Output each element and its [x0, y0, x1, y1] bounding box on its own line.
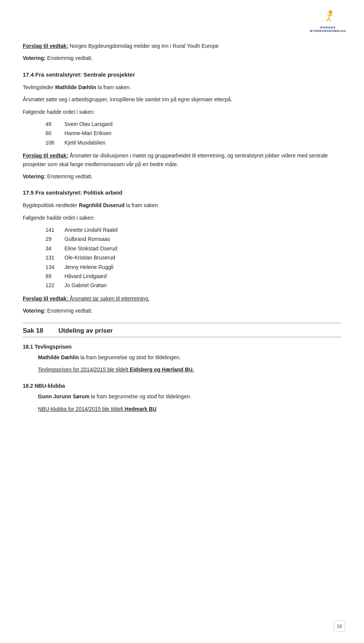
speaker-num: 134 [46, 263, 64, 271]
speaker-name: Hanne-Mari Eriksen [64, 129, 111, 137]
list-item: 122 Jo Gabriel Grøtan [46, 281, 341, 289]
speaker-num: 106 [46, 138, 64, 147]
logo-area: NORGES BYGDEUNGDOMSLAG [307, 8, 349, 34]
subsection-18-2-award-text: NBU-klubba for 2014/2015 ble tildelt [38, 406, 125, 412]
section-divider [23, 323, 341, 323]
section-17-5-intro-cont: la fram saken. [124, 202, 159, 208]
section-17-5-bold-name: Ragnhild Duserud [79, 202, 125, 208]
intro-paragraph: Forslag til vedtak: Norges Bygdeungdomsl… [23, 42, 341, 50]
section-17-4-paragraph: Årsmøtet satte seg i arbeidsgrupper, inn… [23, 95, 341, 104]
list-item: 141 Annette Lindahl Raakil [46, 226, 341, 234]
votering-value-1: Enstemmig vedtatt. [46, 55, 93, 61]
subsection-18-2-title: 18.2 NBU-klubba [23, 382, 341, 390]
intro-text-1: Norges Bygdeungdomslag melder seg inn i … [68, 43, 219, 49]
section-17-4-bold-name: Mathilde Dæhlin [55, 84, 96, 90]
speaker-name: Svein Olav Larsgard [64, 120, 113, 128]
page-number: 16 [334, 620, 345, 632]
list-item: 89 Håvard Lindgaard [46, 272, 341, 280]
intro-section: Forslag til vedtak: Norges Bygdeungdomsl… [23, 42, 341, 63]
svg-line-5 [330, 14, 333, 16]
section-17-4: 17.4 Fra sentralstyret: Sentrale prosjek… [23, 70, 341, 181]
list-item: 34 Eline Stokstad Oserud [46, 244, 341, 253]
sak-18-divider [23, 337, 341, 337]
section-17-4-proposal: Forslag til vedtak: Årsmøtet tar diskusj… [23, 151, 341, 168]
votering-label-2: Votering: [23, 173, 46, 179]
page: NORGES BYGDEUNGDOMSLAG Forslag til vedta… [0, 0, 364, 643]
subsection-18-2-bold-name: Gunn Jorunn Sørum [38, 393, 89, 399]
logo-box: NORGES BYGDEUNGDOMSLAG [307, 8, 349, 34]
speaker-name: Annette Lindahl Raakil [64, 226, 118, 234]
subsection-18-2-award: NBU-klubba for 2014/2015 ble tildelt Hed… [38, 405, 341, 413]
list-item: 60 Hanne-Mari Eriksen [46, 129, 341, 137]
subsection-18-2: 18.2 NBU-klubba Gunn Jorunn Sørum la fra… [23, 382, 341, 413]
list-item: 48 Svein Olav Larsgard [46, 120, 341, 128]
forslag-label-2: Forslag til vedtak: [23, 152, 68, 159]
speaker-num: 122 [46, 281, 64, 289]
speaker-name: Ole-Kristian Bruserud [64, 253, 115, 262]
votering-label-1: Votering: [23, 55, 46, 61]
section-17-5-speakers: 141 Annette Lindahl Raakil 29 Gulbrand R… [46, 226, 341, 290]
section-17-5-intro-text: Bygdepolitisk nestleder [23, 202, 79, 208]
speaker-num: 141 [46, 226, 64, 234]
subsection-18-1: 18.1 Tevlingsprisen Mathilde Dæhlin la f… [23, 343, 341, 374]
subsection-18-1-award: Tevlingsprisen for 2014/2015 ble tildelt… [38, 365, 341, 374]
section-sak-18: Sak 18 Utdeling av priser 18.1 Tevlingsp… [23, 327, 341, 413]
votering-value-2: Enstemmig vedtatt. [46, 173, 93, 179]
speaker-name: Jenny Helene Ruggli [64, 263, 113, 271]
subsection-18-1-intro-cont: la fram begrunnelse og stod for tildelin… [79, 354, 181, 360]
section-17-5-proposal: Forslag til vedtak: Årsmøtet tar saken t… [23, 294, 341, 303]
content: Forslag til vedtak: Norges Bygdeungdomsl… [23, 42, 341, 413]
subsection-18-1-award-text: Tevlingsprisen for 2014/2015 ble tildelt [38, 366, 130, 373]
forslag-text-2: Årsmøtet tar diskusjonen i møtet og grup… [23, 152, 328, 167]
forslag-label-1: Forslag til vedtak: [23, 43, 68, 49]
subsection-18-2-award-bold: Hedmark BU [125, 406, 157, 412]
speaker-name: Jo Gabriel Grøtan [64, 281, 107, 289]
section-17-5-following: Følgende hadde ordet i saken: [23, 214, 341, 222]
section-17-4-title: 17.4 Fra sentralstyret: Sentrale prosjek… [23, 70, 341, 79]
list-item: 29 Gulbrand Romsaas [46, 235, 341, 243]
list-item: 106 Kjetil Musdalslien [46, 138, 341, 147]
section-17-5-intro: Bygdepolitisk nestleder Ragnhild Duserud… [23, 201, 341, 209]
forslag-text-3: Årsmøtet tar saken til etterretning. [68, 296, 150, 302]
logo-text-bottom: BYGDEUNGDOMSLAG [310, 29, 346, 33]
subsection-18-1-bold-name: Mathilde Dæhlin [38, 354, 79, 360]
voting-text-1: Votering: Enstemmig vedtatt. [23, 54, 341, 62]
speaker-num: 34 [46, 244, 64, 253]
section-17-5-title: 17.5 Fra sentralstyret: Politisk arbeid [23, 188, 341, 197]
speaker-num: 131 [46, 253, 64, 262]
speaker-num: 89 [46, 272, 64, 280]
svg-point-0 [329, 10, 333, 14]
speaker-num: 29 [46, 235, 64, 243]
section-17-4-following: Følgende hadde ordet i saken: [23, 108, 341, 116]
svg-line-1 [329, 14, 331, 19]
forslag-label-3: Forslag til vedtak: [23, 296, 68, 302]
logo-text-top: NORGES [320, 26, 336, 29]
subsection-18-1-award-bold: Eidsberg og Hærland BU. [130, 366, 194, 373]
list-item: 131 Ole-Kristian Bruserud [46, 253, 341, 262]
sak-18-header: Sak 18 Utdeling av priser [23, 327, 341, 335]
svg-line-3 [329, 19, 331, 21]
speaker-name: Eline Stokstad Oserud [64, 244, 117, 253]
subsection-18-1-title: 18.1 Tevlingsprisen [23, 343, 341, 351]
subsection-18-2-intro: Gunn Jorunn Sørum la fram begrunnelse og… [38, 392, 341, 401]
svg-line-2 [326, 19, 328, 21]
section-17-4-intro-text: Tevlingsleder [23, 84, 55, 90]
speaker-name: Kjetil Musdalslien [64, 138, 105, 147]
section-17-4-intro-cont: la fram saken. [96, 84, 131, 90]
section-17-4-speakers: 48 Svein Olav Larsgard 60 Hanne-Mari Eri… [46, 120, 341, 147]
section-17-5-voting: Votering: Enstemmig vedtatt. [23, 307, 341, 315]
logo-icon [318, 9, 337, 24]
speaker-num: 48 [46, 120, 64, 128]
speaker-num: 60 [46, 129, 64, 137]
votering-value-3: Enstemmig vedtatt. [46, 308, 93, 314]
sak-18-number: Sak 18 [23, 327, 43, 335]
list-item: 134 Jenny Helene Ruggli [46, 263, 341, 271]
section-17-4-intro: Tevlingsleder Mathilde Dæhlin la fram sa… [23, 83, 341, 91]
subsection-18-2-intro-cont: la fram begrunnelse og stod for tildelin… [89, 393, 191, 399]
votering-label-3: Votering: [23, 308, 46, 314]
section-17-4-voting: Votering: Enstemmig vedtatt. [23, 172, 341, 181]
speaker-name: Gulbrand Romsaas [64, 235, 110, 243]
speaker-name: Håvard Lindgaard [64, 272, 107, 280]
subsection-18-1-intro: Mathilde Dæhlin la fram begrunnelse og s… [38, 353, 341, 362]
section-17-5: 17.5 Fra sentralstyret: Politisk arbeid … [23, 188, 341, 315]
